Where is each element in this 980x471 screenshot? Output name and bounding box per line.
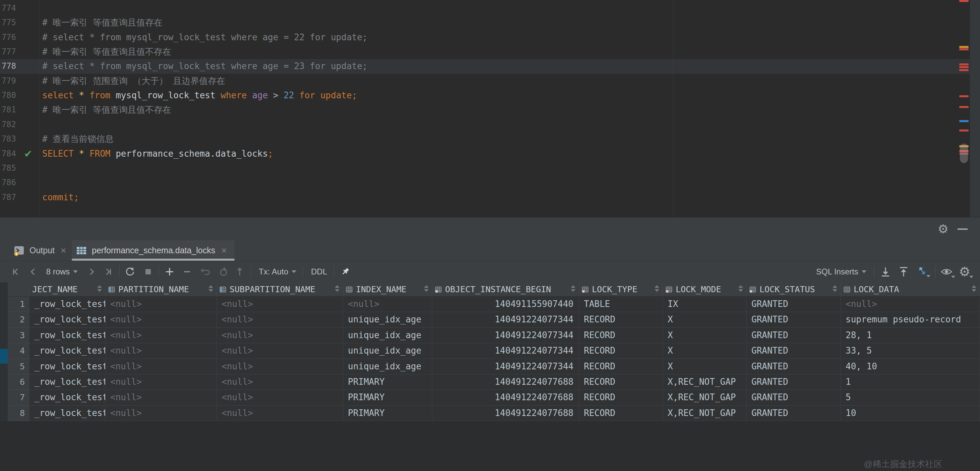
table-cell-lock_type[interactable]: RECORD <box>579 390 663 405</box>
table-cell-lock_mode[interactable]: X <box>663 312 747 327</box>
table-cell-object_instance_begin[interactable]: 140491224077688 <box>432 374 579 390</box>
table-cell-ject_name[interactable]: _row_lock_test <box>30 328 106 343</box>
table-cell-index_name[interactable]: unique_idx_age <box>343 312 432 327</box>
view-options-button[interactable] <box>937 261 956 283</box>
tx-mode-dropdown[interactable]: Tx: Auto <box>255 261 300 283</box>
minimize-icon[interactable] <box>955 217 970 241</box>
sort-toggle-icon[interactable] <box>832 285 837 292</box>
table-cell-lock_mode[interactable]: IX <box>663 297 747 312</box>
table-cell-partition_name[interactable]: <null> <box>106 297 217 312</box>
grid-settings-button[interactable]: ⚙ <box>955 261 974 283</box>
column-header-partition_name[interactable]: PARTITION_NAME <box>106 283 217 296</box>
table-cell-lock_data[interactable]: 1 <box>841 374 980 390</box>
reload-page-button[interactable] <box>215 261 232 283</box>
column-header-lock_type[interactable]: LOCK_TYPE <box>579 283 663 296</box>
next-page-button[interactable] <box>84 261 99 283</box>
table-cell-ject_name[interactable]: _row_lock_test <box>30 312 106 327</box>
table-cell-lock_type[interactable]: RECORD <box>579 328 663 343</box>
previous-page-button[interactable] <box>25 261 41 283</box>
table-cell-ject_name[interactable]: _row_lock_test <box>30 343 106 359</box>
table-cell-lock_mode[interactable]: X,REC_NOT_GAP <box>663 406 747 421</box>
table-cell-object_instance_begin[interactable]: 140491155907440 <box>432 297 579 312</box>
column-header-ject_name[interactable]: JECT_NAME <box>30 283 106 296</box>
stop-button[interactable] <box>139 261 157 283</box>
table-cell-lock_type[interactable]: RECORD <box>579 374 663 390</box>
table-cell-lock_mode[interactable]: X <box>663 343 747 359</box>
table-cell-subpartition_name[interactable]: <null> <box>217 328 343 343</box>
table-cell-lock_mode[interactable]: X,REC_NOT_GAP <box>663 390 747 405</box>
table-cell-lock_mode[interactable]: X <box>663 359 747 374</box>
table-cell-subpartition_name[interactable]: <null> <box>217 374 343 390</box>
table-cell-lock_status[interactable]: GRANTED <box>747 390 841 405</box>
table-cell-lock_data[interactable]: 28, 1 <box>841 328 980 343</box>
tab-data-locks[interactable]: performance_schema.data_locks × <box>72 240 235 261</box>
table-cell-object_instance_begin[interactable]: 140491224077688 <box>432 406 579 421</box>
table-cell-subpartition_name[interactable]: <null> <box>217 390 343 405</box>
sort-toggle-icon[interactable] <box>424 285 429 292</box>
table-cell-subpartition_name[interactable]: <null> <box>217 312 343 327</box>
column-header-lock_status[interactable]: LOCK_STATUS <box>747 283 841 296</box>
table-cell-ject_name[interactable]: _row_lock_test <box>30 390 106 405</box>
table-cell-partition_name[interactable]: <null> <box>106 343 217 359</box>
column-header-subpartition_name[interactable]: SUBPARTITION_NAME <box>217 283 343 296</box>
table-cell-ject_name[interactable]: _row_lock_test <box>30 374 106 390</box>
table-cell-lock_mode[interactable]: X,REC_NOT_GAP <box>663 374 747 390</box>
compare-sync-button[interactable] <box>913 261 932 283</box>
table-cell-partition_name[interactable]: <null> <box>106 359 217 374</box>
table-cell-ject_name[interactable]: _row_lock_test <box>30 359 106 374</box>
table-cell-subpartition_name[interactable]: <null> <box>217 406 343 421</box>
table-cell-subpartition_name[interactable]: <null> <box>217 343 343 359</box>
table-cell-index_name[interactable]: unique_idx_age <box>343 359 432 374</box>
table-cell-lock_type[interactable]: RECORD <box>579 406 663 421</box>
editor-line[interactable]: commit; <box>42 190 79 204</box>
table-cell-object_instance_begin[interactable]: 140491224077344 <box>432 312 579 327</box>
editor-line[interactable]: # 唯一索引 等值查询且值不存在 <box>42 103 171 117</box>
sort-toggle-icon[interactable] <box>972 285 976 292</box>
table-cell-lock_data[interactable]: 33, 5 <box>841 343 980 359</box>
close-icon[interactable]: × <box>220 245 227 256</box>
editor-scrollbar-track[interactable] <box>970 0 980 217</box>
sql-editor[interactable]: 774775# 唯一索引 等值查询且值存在776# select * from … <box>0 0 980 217</box>
table-cell-lock_data[interactable]: <null> <box>841 297 980 312</box>
tab-output[interactable]: Output × <box>13 240 71 261</box>
table-cell-lock_type[interactable]: RECORD <box>579 359 663 374</box>
refresh-button[interactable] <box>121 261 139 283</box>
pin-tab-button[interactable] <box>336 261 355 283</box>
table-cell-lock_status[interactable]: GRANTED <box>747 343 841 359</box>
table-cell-index_name[interactable]: PRIMARY <box>343 390 432 405</box>
column-header-lock_mode[interactable]: LOCK_MODE <box>663 283 747 296</box>
table-cell-lock_status[interactable]: GRANTED <box>747 312 841 327</box>
editor-line[interactable]: # 唯一索引 等值查询且值不存在 <box>42 45 171 59</box>
delete-row-button[interactable] <box>178 261 196 283</box>
table-cell-index_name[interactable]: unique_idx_age <box>343 328 432 343</box>
ddl-button[interactable]: DDL <box>305 261 332 283</box>
editor-line[interactable]: # 唯一索引 范围查询 （大于） 且边界值存在 <box>42 74 225 88</box>
sort-toggle-icon[interactable] <box>571 285 576 292</box>
table-cell-partition_name[interactable]: <null> <box>106 374 217 390</box>
table-cell-partition_name[interactable]: <null> <box>106 390 217 405</box>
table-cell-index_name[interactable]: unique_idx_age <box>343 343 432 359</box>
table-cell-lock_data[interactable]: 40, 10 <box>841 359 980 374</box>
column-header-index_name[interactable]: INDEX_NAME <box>343 283 432 296</box>
first-page-button[interactable] <box>8 261 24 283</box>
table-cell-lock_type[interactable]: RECORD <box>579 312 663 327</box>
table-cell-index_name[interactable]: PRIMARY <box>343 406 432 421</box>
table-cell-ject_name[interactable]: _row_lock_test <box>30 297 106 312</box>
table-cell-lock_status[interactable]: GRANTED <box>747 374 841 390</box>
table-cell-lock_data[interactable]: supremum pseudo-record <box>841 312 980 327</box>
table-cell-lock_status[interactable]: GRANTED <box>747 297 841 312</box>
table-cell-partition_name[interactable]: <null> <box>106 406 217 421</box>
sort-toggle-icon[interactable] <box>208 285 213 292</box>
table-cell-lock_type[interactable]: RECORD <box>579 343 663 359</box>
sort-toggle-icon[interactable] <box>655 285 659 292</box>
last-page-button[interactable] <box>100 261 116 283</box>
import-upload-button[interactable] <box>895 261 912 283</box>
editor-line[interactable]: # 唯一索引 等值查询且值存在 <box>42 16 162 30</box>
table-cell-object_instance_begin[interactable]: 140491224077344 <box>432 343 579 359</box>
add-row-button[interactable] <box>161 261 178 283</box>
error-stripe[interactable] <box>959 0 969 217</box>
table-cell-partition_name[interactable]: <null> <box>106 328 217 343</box>
table-cell-object_instance_begin[interactable]: 140491224077344 <box>432 328 579 343</box>
export-download-button[interactable] <box>877 261 894 283</box>
table-cell-lock_type[interactable]: TABLE <box>579 297 663 312</box>
